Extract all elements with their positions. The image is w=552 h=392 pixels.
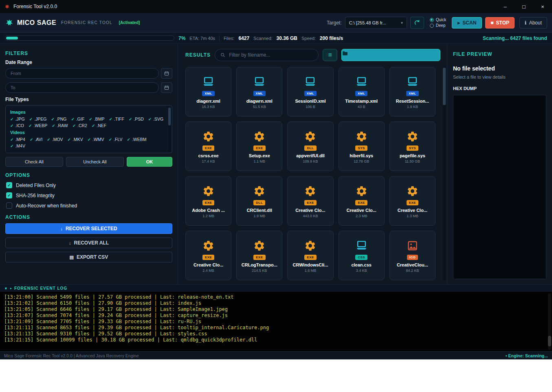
file-card[interactable]: XML Timestamp.xml 43 B [339,67,385,117]
search-icon [220,52,226,58]
file-card[interactable]: DLL CRClient.dll 1.9 MB [236,176,282,226]
filetype-checkbox[interactable]: ✓ .BMP [89,117,104,121]
mode-quick-radio[interactable]: Quick [430,18,446,22]
file-card[interactable]: EXE Setup.exe 1.1 MB [236,121,282,171]
option-row[interactable]: ✓ SHA-256 Integrity [6,192,172,198]
results-scrollbar[interactable] [443,67,446,280]
filetype-checkbox[interactable]: ✓ .FLV [109,137,123,142]
check-icon: ✓ [10,117,13,121]
checkbox-icon[interactable]: ✓ [6,182,12,188]
filetype-checkbox[interactable]: ✓ .SVG [148,117,163,121]
status-bar: Mico Sage Forensic Rec Tool v2.0.0 | Adv… [0,351,552,359]
list-view-button[interactable]: ≡ [323,49,337,61]
file-card[interactable]: XML diagwrn.xml 51.5 KB [236,67,282,117]
checkbox-icon[interactable]: ✓ [6,203,12,209]
file-card[interactable]: XML diagerr.xml 16.3 KB [185,67,231,117]
uncheck-all-button[interactable]: Uncheck All [66,157,124,167]
ok-button[interactable]: OK [127,157,172,167]
file-size: 16.3 KB [202,105,215,109]
refresh-drives-button[interactable] [410,17,424,29]
filetype-checkbox[interactable]: ✓ .MP4 [10,137,25,142]
option-row[interactable]: ✓ Deleted Files Only [6,182,172,188]
app-window: Forensic Tool v2.0.0 – □ × MICO SAGE FOR… [0,0,552,359]
option-row[interactable]: ✓ Auto-Recover when finished [6,203,172,209]
gear-icon [406,130,419,143]
recover-all-button[interactable]: ↓ RECOVER ALL [5,238,172,248]
filetype-checkbox[interactable]: ✓ .JPG [10,117,25,121]
file-card[interactable]: DLL appverifUI.dll 109.9 KB [287,121,333,171]
file-types-scrollbar[interactable] [168,107,171,152]
filetype-checkbox[interactable]: ✓ .WEBM [127,137,146,142]
file-size: 51.5 KB [253,105,266,109]
filetype-checkbox[interactable]: ✓ .PSD [129,117,144,121]
filetype-checkbox[interactable]: ✓ .ICO [10,123,24,128]
close-button[interactable]: × [533,0,552,13]
file-card[interactable]: SYS hiberfil.sys 12.78 GB [339,121,385,171]
file-card[interactable]: SYS pagefile.sys 11.50 GB [389,121,435,171]
filetype-checkbox[interactable]: ✓ .GIF [71,117,85,121]
file-card[interactable]: EXE Creative Clo... 2.4 MB [185,231,231,280]
checkbox-icon[interactable]: ✓ [6,192,12,198]
stop-button[interactable]: ■ STOP [485,17,515,29]
file-card[interactable]: ICO CreativeClou... 84.2 KB [389,231,435,280]
check-all-button[interactable]: Check All [5,157,63,167]
filetype-checkbox[interactable]: ✓ .RAW [52,123,68,128]
file-card[interactable]: XML ResetSession... 1.9 KB [389,67,435,117]
scan-button[interactable]: ▸ SCAN [452,17,482,29]
check-icon: ✓ [109,137,112,142]
scrollbar-thumb[interactable] [443,68,446,105]
file-card[interactable]: CSS clean.css 3.4 KB [339,231,385,280]
recover-selected-button[interactable]: ↓ RECOVER SELECTED [5,223,172,234]
event-log-heading: FORENSIC EVENT LOG [14,286,67,291]
filetype-checkbox[interactable]: ✓ .MOV [47,137,63,142]
log-scrollbar[interactable] [548,293,551,350]
date-from-input[interactable] [5,68,159,79]
scrollbar-thumb[interactable] [548,336,551,346]
scrollbar-thumb[interactable] [168,108,171,126]
file-card[interactable]: EXE Creative Clo... 1.3 MB [389,176,435,226]
radio-selected-icon [430,18,434,22]
filetype-checkbox[interactable]: ✓ .JPEG [29,117,47,121]
maximize-button[interactable]: □ [515,0,533,13]
check-icon: ✓ [52,123,55,128]
filetype-badge: CSS [355,255,367,260]
collapse-icon[interactable]: ▼ [4,286,8,291]
file-card[interactable]: EXE Adobe Crash ... 1.2 MB [185,176,231,226]
date-from-calendar-button[interactable] [161,68,172,79]
check-icon: ✓ [127,137,130,142]
filename-filter-input[interactable] [229,52,313,58]
filters-sidebar: FILTERS Date Range File Types Images [0,44,178,284]
date-to-input[interactable] [5,82,159,93]
mode-deep-radio[interactable]: Deep [430,23,446,28]
filetype-checkbox[interactable]: ✓ .M4V [10,143,25,148]
minimize-button[interactable]: – [496,0,515,13]
file-card[interactable]: XML SessionID.xml 106 B [287,67,333,117]
filetype-checkbox[interactable]: ✓ .MKV [68,137,83,142]
about-button[interactable]: ℹ About [519,17,547,29]
videos-group-label: Videos [10,130,165,135]
filetype-checkbox[interactable]: ✓ .NEF [92,123,106,128]
filetype-checkbox[interactable]: ✓ .WMV [88,137,104,142]
image-icon [406,240,419,252]
filetype-checkbox[interactable]: ✓ .AVI [30,137,42,142]
target-drive-select[interactable]: C:\ [255.48 GB fr... ▾ [345,17,407,29]
file-name: ResetSession... [396,99,429,104]
filetype-checkbox[interactable]: ✓ .WEBP [29,123,47,128]
file-name: clean.css [351,262,372,267]
calendar-icon [164,70,169,76]
date-to-calendar-button[interactable] [161,82,172,93]
file-card[interactable]: EXE CRLogTranspo... 214.5 KB [236,231,282,280]
filetype-checkbox[interactable]: ✓ .CR2 [73,123,87,128]
filetype-checkbox[interactable]: ✓ .PNG [51,117,66,121]
grid-view-button[interactable] [341,49,440,61]
no-file-selected-title: No file selected [453,65,546,72]
filetype-badge: XML [304,91,317,96]
file-name: pagefile.sys [400,153,425,158]
filetype-checkbox[interactable]: ✓ .TIFF [109,117,124,121]
file-card[interactable]: EXE CRWindowsCli... 1.6 MB [287,231,333,280]
export-csv-button[interactable]: ▤ EXPORT CSV [5,252,172,262]
file-card[interactable]: EXE Creative Clo... 443.0 KB [287,176,333,226]
check-icon: ✓ [10,123,13,128]
file-card[interactable]: EXE Creative Clo... 2.3 MB [339,176,385,226]
file-card[interactable]: EXE csrss.exe 17.4 KB [185,121,231,171]
